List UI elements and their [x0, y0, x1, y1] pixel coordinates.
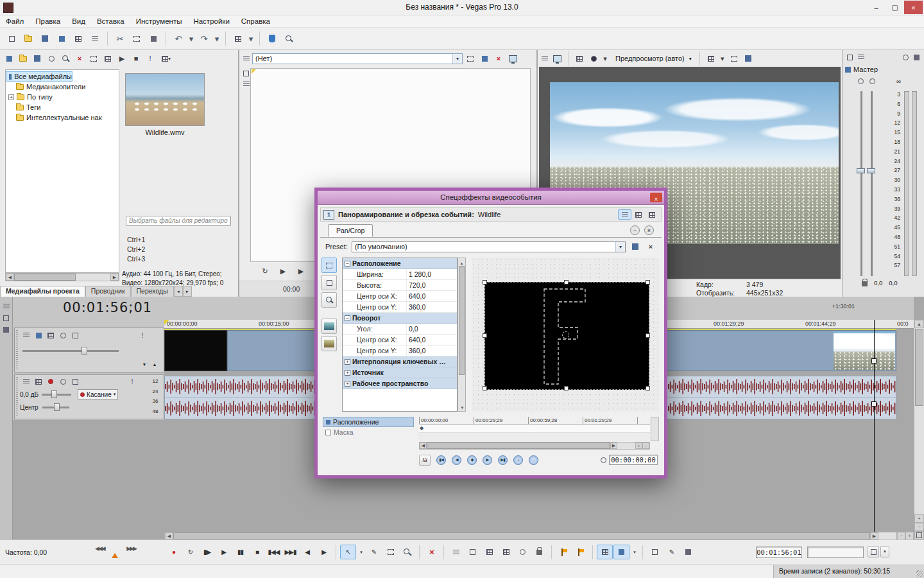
scroll-thumb[interactable] [427, 442, 610, 449]
tab-explorer[interactable]: Проводник [85, 286, 131, 297]
pan-crop-workspace[interactable] [472, 258, 659, 412]
previous-frame-button[interactable]: ◀ [299, 545, 315, 559]
track-motion-button[interactable] [33, 331, 44, 340]
keyframe-insert-button[interactable]: ◆ [467, 455, 477, 465]
trimmer-add-media-button[interactable] [464, 52, 477, 65]
crop-handle-br[interactable] [646, 386, 650, 390]
scrub-control[interactable]: ◀◀◀ ▶▶▶ [95, 544, 136, 561]
edit-tool-dropdown[interactable]: ▾ [357, 545, 365, 559]
whats-this-help-button[interactable] [281, 31, 296, 46]
track-mute-button[interactable] [58, 331, 68, 340]
delete-preset-button[interactable]: × [645, 241, 656, 252]
menu-view[interactable]: Вид [66, 17, 91, 25]
prop-row-center-y[interactable]: Центр оси Y:360,0 [343, 302, 457, 313]
master-fx2-button[interactable] [868, 77, 877, 85]
new-project-button[interactable] [4, 31, 19, 46]
media-properties-button[interactable]: ! [144, 52, 157, 65]
tabs-scroll-left[interactable]: ◂ [174, 286, 183, 297]
media-item-wildlife[interactable]: Wildlife.wmv [123, 73, 207, 136]
tab-pan-crop[interactable]: Pan/Crop [328, 224, 373, 237]
trim-play-selection-button[interactable]: ▶ [295, 265, 307, 277]
collapse-icon[interactable]: − [345, 261, 350, 267]
crop-handle-tm[interactable] [564, 280, 569, 285]
crop-handle-bl[interactable] [483, 386, 487, 390]
trim-play-button[interactable]: ▶ [277, 265, 289, 277]
envelope-edit-tool-button[interactable]: ✎ [366, 545, 382, 559]
prop-row-width[interactable]: Ширина:1 280,0 [343, 269, 457, 280]
selection-edit-tool-button[interactable] [382, 545, 398, 559]
record-button[interactable]: ● [166, 545, 182, 559]
normal-edit-tool-button[interactable]: ↖ [340, 545, 356, 559]
cut-button[interactable]: ✂ [112, 31, 128, 46]
scroll-left-button[interactable]: ◀ [165, 532, 173, 539]
audio-pan-label[interactable]: Центр [20, 404, 38, 411]
go-to-start-button[interactable]: ▮◀◀ [266, 545, 282, 559]
media-search-button[interactable] [59, 52, 72, 65]
audio-track-fx-button[interactable] [33, 377, 44, 386]
menu-file[interactable]: Файл [0, 17, 30, 25]
keyframe-track-mask[interactable] [419, 433, 650, 441]
menu-insert[interactable]: Вставка [91, 17, 130, 25]
keyframe-ruler[interactable]: 00:00:00;00 00:00:29;29 00:00:59;28 00:0… [419, 417, 650, 425]
move-freely-tool[interactable] [321, 275, 337, 290]
stop-button[interactable]: ■ [249, 545, 265, 559]
expand-icon[interactable]: + [345, 359, 350, 365]
scroll-left-button[interactable]: ◀ [420, 442, 427, 449]
audio-track-menu-button[interactable] [21, 377, 31, 386]
tabs-scroll-right[interactable]: ▸ [183, 286, 192, 297]
media-remove-button[interactable]: × [73, 52, 86, 65]
media-extract-audio-button[interactable] [87, 52, 100, 65]
preview-thumb-a[interactable] [321, 319, 337, 334]
play-button[interactable]: ▶ [216, 545, 232, 559]
scroll-thumb[interactable] [14, 274, 76, 281]
keyframe-first-button[interactable]: ▮◀ [436, 455, 446, 465]
transport-time-display[interactable]: 00:01:56;01 [756, 547, 802, 558]
maximize-button[interactable]: ▢ [886, 1, 904, 14]
audio-mute-button[interactable] [58, 377, 68, 386]
redo-button[interactable]: ↷ [196, 31, 212, 46]
tree-item-by-type[interactable]: + По типу [6, 92, 119, 102]
video-track-header[interactable]: ! ▼ ▲ [14, 328, 164, 372]
property-grid-scrollbar[interactable]: ▲ ▼ [458, 258, 466, 412]
chevron-down-icon[interactable]: ▾ [615, 242, 625, 252]
menu-tools[interactable]: Инструменты [130, 17, 188, 25]
master-fx-button[interactable] [857, 77, 865, 85]
crop-handle-tl[interactable] [483, 280, 487, 285]
slip-tool-button[interactable] [680, 545, 696, 559]
preset-combo[interactable]: (По умолчанию) ▾ [352, 241, 626, 252]
split-screen-dropdown[interactable]: ▾ [601, 52, 609, 65]
auto-ripple-button[interactable] [613, 545, 629, 559]
expand-icon[interactable]: + [8, 94, 14, 100]
mixer-button[interactable] [230, 31, 246, 46]
chevron-down-icon[interactable]: ▾ [452, 54, 462, 64]
kf-zoom-in-button[interactable]: + [635, 442, 642, 449]
go-to-end-button[interactable]: ▶▶▮ [282, 545, 298, 559]
event-lock-button[interactable] [531, 545, 547, 559]
keyframe-track-label-position[interactable]: Расположение [323, 417, 414, 427]
loop-playback-button[interactable]: ↻ [182, 545, 198, 559]
keyframe-time-display[interactable]: 00:00:00;00 [609, 455, 658, 465]
track-minimize-button[interactable]: ▼ [141, 360, 148, 368]
mixer-dropdown[interactable]: ▾ [247, 31, 255, 46]
timeline-time-display[interactable]: 00:01:56;01 [63, 300, 152, 315]
media-search-input[interactable]: Выбрать файлы для редактиро [126, 216, 231, 226]
dialog-titlebar[interactable]: Спецэффекты видеособытия × [318, 191, 664, 205]
minimize-button[interactable]: – [867, 1, 886, 14]
master-fader-track-right[interactable] [871, 91, 873, 276]
scroll-thumb[interactable] [173, 532, 870, 539]
bypass-plugin-button[interactable]: − [630, 225, 640, 235]
track-zoom-in-button[interactable]: + [914, 514, 924, 523]
transport-aux-dropdown[interactable]: ▾ [880, 546, 889, 557]
audio-track-header[interactable]: ! 0,0 дБ Касание ▾ Центр 12 24 36 48 [14, 374, 164, 419]
composite-level-slider[interactable] [22, 350, 119, 352]
keyframe-track-position[interactable]: ◆ [419, 425, 650, 433]
master-downmix-button[interactable] [856, 53, 866, 62]
timeline-vscrollbar[interactable]: ▲ + − [914, 320, 924, 539]
prop-section-source[interactable]: +Источник [343, 367, 457, 378]
crop-handle-tr[interactable] [646, 280, 650, 285]
transport-aux-display[interactable] [807, 547, 864, 558]
loop-region-marker[interactable] [164, 320, 169, 325]
scroll-down-button[interactable]: ▼ [459, 404, 466, 411]
media-get-from-web-button[interactable] [45, 52, 58, 65]
tab-project-media[interactable]: Медиафайлы проекта [0, 286, 85, 297]
